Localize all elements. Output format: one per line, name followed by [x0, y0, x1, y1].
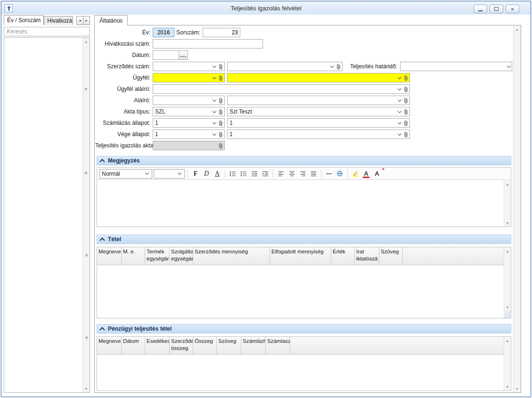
column-header[interactable]: Iratiktatószá	[355, 247, 379, 265]
chevron-down-icon[interactable]	[396, 130, 402, 138]
font-size-select[interactable]	[154, 169, 185, 179]
paperclip-icon[interactable]	[217, 62, 224, 71]
vege-allapot-combo-2[interactable]: 1	[227, 130, 410, 139]
chevron-down-icon[interactable]	[396, 119, 402, 127]
penzugyi-grid-body[interactable]	[97, 355, 504, 390]
record-list-scrollbar[interactable]: ▲ « « « « ▼	[82, 38, 90, 392]
close-button[interactable]: ×	[506, 5, 519, 13]
resize-grip[interactable]	[504, 311, 511, 318]
column-header[interactable]: Szerződés mennyiség	[193, 247, 270, 265]
scroll-down-icon[interactable]: ▼	[504, 219, 511, 226]
ugyfel-alairo-combo[interactable]	[153, 84, 410, 94]
sorszam-input[interactable]	[203, 28, 240, 37]
tab-hivatkozasi[interactable]: Hivatkozási	[44, 16, 73, 25]
scroll-up-icon[interactable]: ▲	[504, 248, 511, 254]
szerzodes-szam-combo-2[interactable]	[227, 62, 343, 71]
scroll-down-icon[interactable]: ▼	[504, 304, 511, 310]
align-justify-button[interactable]	[309, 169, 318, 179]
paperclip-icon[interactable]	[402, 119, 409, 127]
paperclip-icon[interactable]	[335, 62, 342, 71]
column-header[interactable]: Számlasz	[266, 337, 290, 355]
chevron-down-icon[interactable]	[396, 96, 402, 105]
tab-altalanos[interactable]: Általános	[94, 15, 128, 25]
highlight-button[interactable]	[351, 169, 360, 179]
hivatkozasi-input[interactable]	[153, 39, 263, 49]
paperclip-icon[interactable]	[217, 119, 224, 127]
hyperlink-button[interactable]	[335, 169, 344, 179]
clear-format-button[interactable]: A×	[372, 169, 382, 179]
column-header[interactable]: Szerződéösszeg	[170, 337, 193, 355]
collapse-icon[interactable]	[99, 159, 105, 164]
paperclip-icon[interactable]	[217, 73, 224, 82]
nav-first-marker-icon[interactable]: «	[84, 86, 89, 92]
scroll-down-icon[interactable]: ▼	[504, 383, 511, 390]
align-right-button[interactable]	[298, 169, 307, 179]
tab-scroll-left-button[interactable]: ◄	[76, 16, 83, 25]
main-scrollbar[interactable]: ▲ ▼	[513, 25, 521, 392]
collapse-icon[interactable]	[99, 327, 105, 332]
tetel-grid[interactable]: Megneve M. e. Termékegységár Szolgáltaeg…	[97, 247, 511, 318]
title-bar[interactable]: Teljesítés igazolás felvétel ×	[1, 1, 531, 15]
maximize-button[interactable]	[490, 5, 503, 13]
akta-tipus-combo-2[interactable]: Szl Teszt	[227, 107, 410, 116]
underline-button[interactable]: A	[213, 169, 222, 179]
bold-button[interactable]: F	[191, 169, 200, 179]
column-header[interactable]: Termékegységár	[145, 247, 170, 265]
tab-ev-sorszam[interactable]: Év / Sorszám	[4, 15, 44, 25]
scroll-up-icon[interactable]: ▲	[83, 38, 90, 45]
paperclip-icon[interactable]	[402, 85, 409, 93]
paperclip-icon[interactable]	[217, 130, 224, 138]
column-header[interactable]: Megneve	[97, 247, 122, 265]
scroll-up-icon[interactable]: ▲	[504, 337, 511, 344]
collapse-icon[interactable]	[99, 237, 105, 243]
paperclip-icon[interactable]	[402, 130, 409, 138]
chevron-down-icon[interactable]	[211, 130, 217, 138]
szamlazas-allapot-combo-1[interactable]: 1	[153, 118, 225, 128]
paperclip-icon[interactable]	[217, 96, 224, 105]
paperclip-icon[interactable]	[217, 107, 224, 116]
chevron-down-icon[interactable]	[211, 107, 217, 116]
column-header[interactable]: Elfogadott mennyiség	[270, 247, 331, 265]
font-color-button[interactable]: A	[361, 169, 371, 179]
horizontal-rule-button[interactable]	[324, 169, 334, 179]
tetel-grid-scrollbar[interactable]: ▲ ▼	[504, 247, 511, 318]
chevron-down-icon[interactable]	[211, 62, 217, 71]
paperclip-icon[interactable]	[402, 96, 409, 105]
akta-tipus-combo-1[interactable]: SZL	[153, 107, 225, 116]
paperclip-icon[interactable]	[217, 141, 224, 150]
column-header[interactable]: Esedékes	[145, 337, 170, 355]
scroll-up-icon[interactable]: ▲	[504, 181, 511, 187]
style-select[interactable]: Normál	[99, 169, 152, 179]
nav-next-marker-icon[interactable]: «	[84, 252, 89, 259]
chevron-down-icon[interactable]	[396, 73, 402, 82]
align-left-button[interactable]	[276, 169, 286, 179]
chevron-down-icon[interactable]	[506, 62, 512, 71]
record-list[interactable]: ▲ « « « « ▼	[4, 37, 90, 393]
column-header[interactable]: Szolgáltaegységár	[170, 247, 193, 265]
column-header[interactable]: Szöveg	[379, 247, 403, 265]
minimize-button[interactable]	[474, 5, 487, 13]
column-header[interactable]: Szöveg	[217, 337, 241, 355]
datum-input[interactable]	[153, 50, 179, 60]
chevron-down-icon[interactable]	[211, 73, 217, 82]
alairo-combo-1[interactable]	[153, 96, 225, 105]
ugyfel-combo-2[interactable]	[227, 73, 410, 82]
vege-allapot-combo-1[interactable]: 1	[153, 130, 225, 139]
chevron-down-icon[interactable]	[211, 119, 217, 127]
ordered-list-button[interactable]	[228, 169, 237, 179]
italic-button[interactable]: D	[202, 169, 211, 179]
bullet-list-button[interactable]	[239, 169, 248, 179]
megjegyzes-section-header[interactable]: Megjegyzés	[97, 156, 511, 165]
penzugyi-grid[interactable]: Megneve Dátum Esedékes Szerződéösszeg Ös…	[97, 336, 511, 391]
szerzodes-szam-combo-1[interactable]	[153, 62, 225, 71]
column-header[interactable]: Megneve	[97, 337, 122, 355]
paperclip-icon[interactable]	[402, 107, 409, 116]
alairo-combo-2[interactable]	[227, 96, 410, 105]
column-header[interactable]: M. e.	[122, 247, 145, 265]
column-header[interactable]: Érték	[331, 247, 355, 265]
paperclip-icon[interactable]	[402, 73, 409, 82]
penzugyi-grid-scrollbar[interactable]: ▲ ▼	[504, 337, 511, 390]
date-picker-button[interactable]: ...	[179, 50, 188, 60]
teljesites-hatarido-combo[interactable]	[400, 62, 512, 71]
tetel-section-header[interactable]: Tétel	[97, 235, 511, 244]
